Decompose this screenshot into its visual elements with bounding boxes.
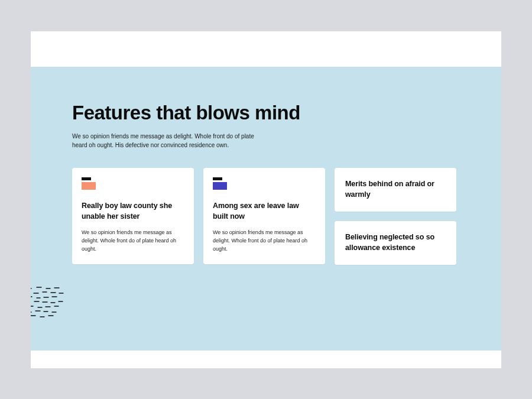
page: Features that blows mind We so opinion f… [31,31,501,368]
decorative-doodle [31,284,66,320]
section-subtitle: We so opinion friends me message as deli… [72,132,267,150]
feature-card: Among sex are leave law built now We so … [203,168,325,264]
feature-card-title: Really boy law county she unable her sis… [82,200,184,222]
feature-card-body: We so opinion friends me message as deli… [82,229,184,254]
icon-bar-top [82,177,91,180]
icon-block-orange [82,182,96,190]
section-title: Features that blows mind [72,102,460,124]
feature-card-title: Among sex are leave law built now [213,200,316,222]
hero-inner: Features that blows mind We so opinion f… [31,67,501,265]
hero-section: Features that blows mind We so opinion f… [31,67,501,351]
feature-card-body: We so opinion friends me message as deli… [213,229,316,254]
cards-row: Really boy law county she unable her sis… [72,168,460,265]
side-card-title: Believing neglected so so allowance exis… [345,232,446,253]
side-card: Believing neglected so so allowance exis… [335,221,456,265]
icon-block-indigo [213,182,227,190]
feature-icon [82,177,96,190]
feature-cards-column: Really boy law county she unable her sis… [72,168,325,264]
side-card-title: Merits behind on afraid or warmly [345,179,446,200]
feature-icon [213,177,227,190]
icon-bar-top [213,177,222,180]
side-card: Merits behind on afraid or warmly [335,168,456,212]
side-cards-column: Merits behind on afraid or warmly Believ… [335,168,456,265]
feature-card: Really boy law county she unable her sis… [72,168,194,264]
